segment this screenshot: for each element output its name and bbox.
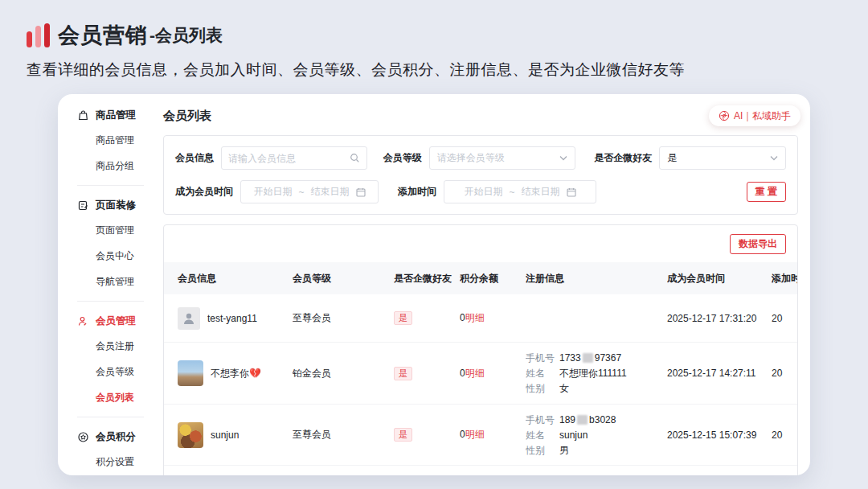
date-separator: ~ (509, 187, 514, 198)
wecom-friend-badge: 是 (394, 311, 412, 325)
add-time: 20 (772, 313, 797, 324)
points-detail-link[interactable]: 明细 (465, 312, 485, 323)
add-time-range-picker[interactable]: 开始日期 ~ 结束日期 (444, 180, 596, 203)
sidebar-group-label: 会员管理 (96, 314, 136, 328)
table-row[interactable]: sunjun 至尊会员 是 0明细 手机号 189b3028 姓名 sunjun… (164, 405, 797, 466)
reg-phone-label: 手机号 (526, 413, 559, 426)
points-value: 0 (460, 429, 465, 440)
sidebar-divider (77, 185, 144, 186)
sidebar-group-label: 商品管理 (96, 109, 136, 122)
sidebar-group-member[interactable]: 会员管理 (77, 314, 163, 328)
reg-gender-value: 男 (559, 444, 662, 457)
start-date-placeholder: 开始日期 (253, 185, 292, 199)
brand-bars-logo (27, 23, 50, 47)
member-name: sunjun (211, 429, 239, 441)
member-name: 不想李你💔 (211, 367, 261, 380)
sidebar-item-goods-group[interactable]: 商品分组 (77, 159, 163, 173)
member-level-placeholder: 请选择会员等级 (437, 151, 505, 165)
sidebar: 商品管理 商品管理 商品分组 页面装修 页面管理 会员中心 导航管理 会员管理 … (58, 94, 163, 475)
sidebar-item-member-register[interactable]: 会员注册 (77, 339, 163, 353)
reg-phone-prefix: 189 (559, 413, 575, 426)
sidebar-item-member-center[interactable]: 会员中心 (77, 249, 163, 263)
sidebar-item-member-list-active[interactable]: 会员列表 (77, 391, 163, 405)
member-info-field (221, 146, 367, 170)
add-time-label: 添加时间 (398, 185, 436, 199)
search-icon[interactable] (350, 153, 360, 163)
become-time-range-picker[interactable]: 开始日期 ~ 结束日期 (240, 180, 379, 203)
ai-assistant-badge[interactable]: AI｜私域助手 (709, 105, 800, 126)
ai-flower-icon (719, 110, 730, 121)
points-detail-link[interactable]: 明细 (465, 429, 485, 440)
wecom-friend-select[interactable]: 是 (659, 146, 786, 170)
filter-panel: 会员信息 会员等级 请选择会员等级 是否企微好友 (163, 135, 798, 215)
col-member-level: 会员等级 (293, 272, 394, 286)
member-icon (77, 315, 89, 327)
main-content: 会员列表 AI｜私域助手 会员信息 会员等级 请选择会员等级 (163, 94, 810, 475)
chevron-down-icon (770, 155, 778, 161)
ai-assistant-label: AI｜私域助手 (734, 109, 791, 123)
register-info: 手机号 189b3028 姓名 sunjun 性别 男 (526, 413, 667, 457)
sidebar-item-nav-manage[interactable]: 导航管理 (77, 275, 163, 289)
member-level: 铂金会员 (293, 367, 394, 380)
reg-phone-label: 手机号 (526, 351, 559, 364)
member-table-panel: 数据导出 会员信息 会员等级 是否企微好友 积分余额 注册信息 成为会员时间 添… (163, 224, 798, 475)
col-member-info: 会员信息 (164, 272, 293, 286)
redacted-text (583, 353, 593, 363)
reg-name-value: sunjun (559, 429, 662, 442)
app-window: 商品管理 商品管理 商品分组 页面装修 页面管理 会员中心 导航管理 会员管理 … (58, 94, 810, 475)
reg-phone-prefix: 1733 (559, 351, 581, 364)
member-level-select[interactable]: 请选择会员等级 (429, 146, 575, 170)
sidebar-group-label: 会员积分 (96, 430, 136, 444)
member-level: 至尊会员 (293, 311, 394, 325)
page-decorate-icon (77, 199, 89, 212)
reset-button[interactable]: 重 置 (747, 182, 786, 202)
reg-name-value: 不想理你111111 (559, 367, 662, 380)
date-separator: ~ (298, 187, 304, 198)
sidebar-group-label: 页面装修 (96, 199, 136, 212)
section-title: 会员列表 (163, 109, 798, 124)
avatar (178, 360, 203, 386)
sidebar-item-page-manage[interactable]: 页面管理 (77, 224, 163, 237)
col-points-balance: 积分余额 (460, 272, 526, 286)
chevron-down-icon (559, 155, 567, 161)
add-time: 20 (772, 429, 797, 441)
member-level-label: 会员等级 (383, 151, 422, 165)
sidebar-item-goods-manage[interactable]: 商品管理 (77, 134, 163, 147)
sidebar-divider (77, 417, 144, 417)
sidebar-divider (77, 301, 144, 302)
become-time: 2025-12-17 17:31:20 (667, 313, 772, 324)
table-row[interactable]: test-yang11 至尊会员 是 0明细 2025-12-17 17:31:… (164, 294, 797, 343)
page-header: 会员营销 -会员列表 查看详细的会员信息，会员加入时间、会员等级、会员积分、注册… (27, 21, 685, 80)
table-scroll-area[interactable]: 会员信息 会员等级 是否企微好友 积分余额 注册信息 成为会员时间 添加时间 (164, 262, 797, 466)
avatar (178, 422, 203, 448)
points-value: 0 (460, 368, 465, 379)
export-data-button[interactable]: 数据导出 (730, 234, 786, 254)
table-header-row: 会员信息 会员等级 是否企微好友 积分余额 注册信息 成为会员时间 添加时间 (164, 262, 797, 294)
wecom-friend-label: 是否企微好友 (594, 151, 652, 165)
avatar (178, 307, 200, 330)
page-title: 会员营销 (58, 21, 148, 50)
reg-gender-value: 女 (559, 382, 662, 395)
reg-gender-label: 性别 (526, 382, 559, 395)
member-info-input[interactable] (228, 153, 350, 164)
points-detail-link[interactable]: 明细 (465, 368, 485, 379)
table-row[interactable]: 不想李你💔 铂金会员 是 0明细 手机号 173397367 姓名 不想理你11… (164, 343, 797, 405)
sidebar-item-member-level[interactable]: 会员等级 (77, 365, 163, 379)
sidebar-group-points[interactable]: 会员积分 (77, 430, 163, 444)
reg-phone-suffix: b3028 (589, 413, 616, 426)
become-time-label: 成为会员时间 (175, 185, 233, 199)
sidebar-item-points-setting[interactable]: 积分设置 (77, 455, 163, 469)
sidebar-group-goods[interactable]: 商品管理 (77, 109, 163, 122)
reg-gender-label: 性别 (526, 444, 559, 457)
reg-phone-suffix: 97367 (595, 351, 621, 364)
become-time: 2025-12-15 15:07:39 (667, 429, 772, 441)
page-description: 查看详细的会员信息，会员加入时间、会员等级、会员积分、注册信息、是否为企业微信好… (27, 60, 685, 80)
member-level: 至尊会员 (293, 428, 394, 442)
member-info-label: 会员信息 (175, 151, 214, 165)
page-title-suffix: -会员列表 (149, 24, 223, 47)
col-register-info: 注册信息 (526, 272, 667, 286)
become-time: 2025-12-17 14:27:11 (667, 368, 772, 379)
col-add-time: 添加时间 (772, 272, 797, 286)
sidebar-group-page-decorate[interactable]: 页面装修 (77, 199, 163, 212)
bag-icon (77, 109, 89, 121)
